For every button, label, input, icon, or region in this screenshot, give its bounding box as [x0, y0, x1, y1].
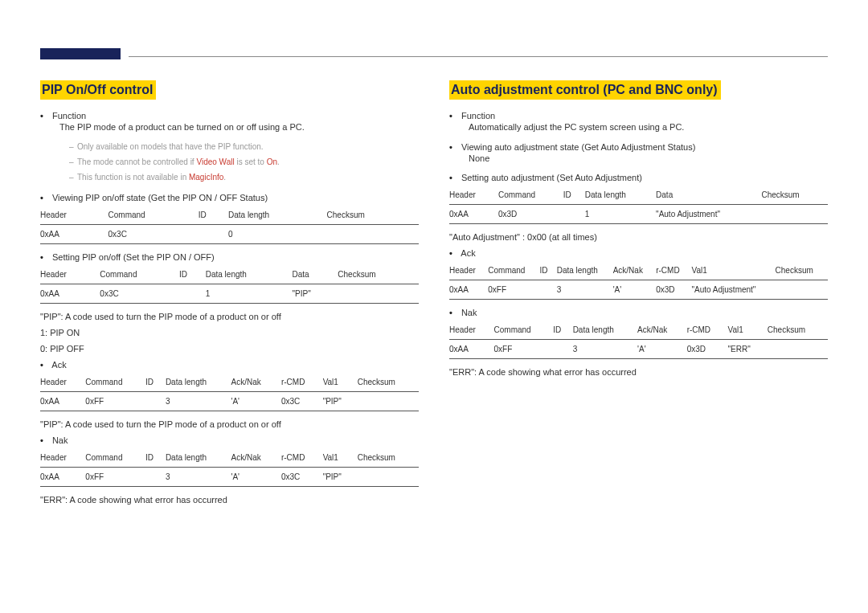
td: [145, 391, 166, 411]
td: [553, 340, 572, 359]
th: Data length: [206, 265, 293, 284]
th: r-CMD: [281, 373, 323, 392]
th: Ack/Nak: [231, 448, 281, 468]
th: Header: [40, 206, 108, 225]
td: [338, 284, 419, 303]
header-accent-bar: [40, 48, 121, 59]
th: Val1: [323, 373, 358, 392]
auto-adj-desc: "Auto Adjustment" : 0x00 (at all times): [449, 232, 828, 242]
auto-nak-table: Header Command ID Data length Ack/Nak r-…: [449, 321, 828, 359]
pip-code-desc-2: "PIP": A code used to turn the PIP mode …: [40, 419, 419, 429]
td: [768, 340, 828, 359]
td: [358, 391, 419, 411]
th: Ack/Nak: [613, 261, 657, 280]
th: Header: [449, 261, 488, 280]
function-heading: Function: [461, 111, 495, 121]
td: 0xAA: [40, 224, 108, 243]
pip-nak-block: • Nak Header Command ID Data length Ack/…: [40, 435, 419, 487]
th: Data length: [585, 186, 656, 205]
td: 0xFF: [85, 391, 145, 411]
bullet-icon: •: [449, 173, 459, 182]
set-heading: Setting PIP on/off (Set the PIP ON / OFF…: [52, 252, 215, 262]
td: "PIP": [323, 467, 358, 486]
bullet-icon: •: [40, 435, 50, 445]
th: Checksum: [338, 265, 419, 284]
td: 1: [206, 284, 293, 303]
td: "ERR": [728, 340, 768, 359]
td: [145, 467, 166, 486]
th: ID: [145, 448, 166, 468]
td: 0x3D: [687, 340, 728, 359]
bullet-icon: •: [40, 252, 50, 262]
td: "Auto Adjustment": [656, 205, 761, 224]
bullet-icon: •: [40, 193, 50, 202]
th: Command: [494, 321, 554, 340]
auto-section-title: Auto adjustment control (PC and BNC only…: [449, 80, 721, 100]
pip-note: Only available on models that have the P…: [69, 139, 419, 154]
td: 0x3D: [498, 205, 563, 224]
th: Data: [656, 186, 761, 205]
td: [563, 205, 585, 224]
view-none: None: [449, 152, 828, 166]
td: [776, 280, 828, 300]
td: 0x3C: [281, 467, 323, 486]
th: Header: [449, 321, 494, 340]
th: Header: [40, 265, 100, 284]
td: 3: [573, 340, 637, 359]
pip-view-table: Header Command ID Data length Checksum 0…: [40, 206, 419, 244]
td: 0xAA: [40, 467, 85, 486]
th: Command: [85, 373, 145, 392]
th: Checksum: [358, 373, 419, 392]
bullet-icon: •: [40, 360, 50, 370]
th: r-CMD: [687, 321, 728, 340]
td: 3: [166, 391, 231, 411]
pip-function-block: • Function The PIP mode of a product can…: [40, 111, 419, 185]
pip-ack-table: Header Command ID Data length Ack/Nak r-…: [40, 373, 419, 411]
td: [761, 205, 828, 224]
th: Header: [40, 448, 85, 468]
auto-view-block: • Viewing auto adjustment state (Get Aut…: [449, 142, 828, 166]
td: 0xAA: [449, 280, 488, 300]
pip-on-value: 1: PIP ON: [40, 328, 419, 337]
header-thin-rule: [129, 56, 828, 57]
th: ID: [145, 373, 166, 392]
th: Val1: [323, 448, 358, 468]
ack-heading: Ack: [461, 248, 475, 258]
pip-notes-list: Only available on models that have the P…: [40, 139, 419, 185]
th: ID: [199, 206, 228, 225]
td: 'A': [637, 340, 687, 359]
pip-view-block: • Viewing PIP on/off state (Get the PIP …: [40, 193, 419, 244]
bullet-icon: •: [449, 111, 459, 121]
bullet-icon: •: [449, 308, 459, 317]
th: r-CMD: [656, 261, 691, 280]
td: "PIP": [323, 391, 358, 411]
td: 0xFF: [85, 467, 145, 486]
th: Header: [449, 186, 498, 205]
td: 0xFF: [488, 280, 539, 300]
pip-ack-block: • Ack Header Command ID Data length Ack/…: [40, 360, 419, 411]
th: Data length: [166, 373, 231, 392]
pip-off-value: 0: PIP OFF: [40, 344, 419, 353]
th: Data length: [166, 448, 231, 468]
th: ID: [563, 186, 585, 205]
th: ID: [179, 265, 206, 284]
pip-err-desc: "ERR": A code showing what error has occ…: [40, 495, 419, 505]
auto-ack-table: Header Command ID Data length Ack/Nak r-…: [449, 261, 828, 300]
th: Ack/Nak: [231, 373, 281, 392]
auto-function-block: • Function Automatically adjust the PC s…: [449, 111, 828, 134]
th: Data length: [573, 321, 637, 340]
td: 0xAA: [449, 205, 498, 224]
th: ID: [539, 261, 556, 280]
td: [327, 224, 419, 243]
view-state-heading: Viewing auto adjustment state (Get Auto …: [461, 142, 695, 152]
ack-heading: Ack: [51, 360, 66, 370]
th: Command: [488, 261, 539, 280]
function-description: Automatically adjust the PC system scree…: [449, 121, 828, 134]
th: Checksum: [761, 186, 828, 205]
function-heading: Function: [52, 111, 86, 121]
th: Data length: [228, 206, 327, 225]
th: Ack/Nak: [637, 321, 687, 340]
td: 0xFF: [494, 340, 554, 359]
pip-code-desc: "PIP": A code used to turn the PIP mode …: [40, 312, 419, 321]
td: 1: [585, 205, 656, 224]
